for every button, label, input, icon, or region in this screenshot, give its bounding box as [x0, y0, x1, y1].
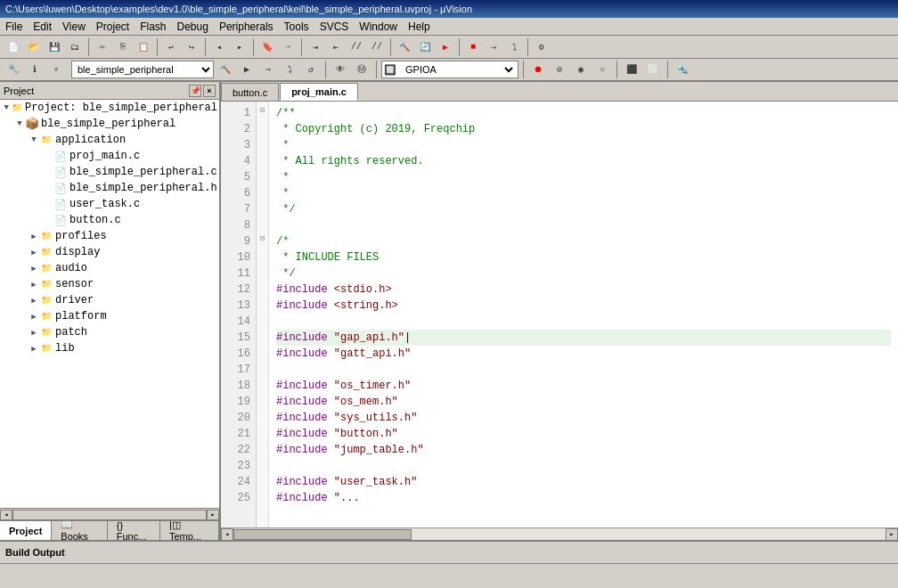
- tree-file-blesimpleh[interactable]: 📄 ble_simple_peripheral.h: [0, 180, 219, 196]
- toggle-display[interactable]: ▶: [29, 248, 39, 257]
- settings-button[interactable]: ⚙: [532, 37, 551, 57]
- toggle-root[interactable]: ▼: [2, 103, 11, 112]
- menu-project[interactable]: Project: [91, 19, 135, 35]
- toggle-patch[interactable]: ▶: [29, 328, 39, 338]
- hscroll-thumb[interactable]: [233, 529, 412, 540]
- tree-file-blesimple[interactable]: 📄 ble_simple_peripheral.c: [0, 164, 219, 180]
- bookmark-button[interactable]: 🔖: [257, 37, 277, 57]
- nav-back-button[interactable]: ◂: [209, 37, 229, 57]
- unindent-button[interactable]: ⇤: [326, 37, 346, 57]
- tree-file-usertask[interactable]: 📄 user_task.c: [0, 196, 219, 212]
- tree-file-projmain[interactable]: 📄 proj_main.c: [0, 148, 219, 164]
- tree-target[interactable]: ▼ 📦 ble_simple_peripheral: [0, 116, 219, 132]
- enable-bp-button[interactable]: ◉: [571, 60, 591, 79]
- scroll-right-btn[interactable]: ▸: [207, 510, 219, 520]
- menu-edit[interactable]: Edit: [28, 19, 57, 35]
- toggle-lib[interactable]: ▶: [29, 344, 39, 354]
- tree-group-audio[interactable]: ▶ 📁 audio: [0, 260, 219, 276]
- menu-svcs[interactable]: SVCS: [314, 19, 355, 35]
- scroll-left-btn[interactable]: ◂: [0, 510, 12, 520]
- editor-tab-button-c[interactable]: button.c: [221, 83, 279, 101]
- open-button[interactable]: 📂: [24, 37, 44, 57]
- project-hscroll[interactable]: ◂ ▸: [0, 508, 219, 520]
- menu-file[interactable]: File: [0, 19, 28, 35]
- hscroll-track[interactable]: [12, 510, 207, 520]
- manage-button[interactable]: 🔧: [4, 60, 23, 79]
- menu-view[interactable]: View: [57, 19, 91, 35]
- step-button[interactable]: ⇢: [484, 37, 503, 57]
- menu-help[interactable]: Help: [403, 19, 436, 35]
- uncomment-button[interactable]: //: [367, 37, 387, 57]
- toggle-target[interactable]: ▼: [14, 119, 25, 128]
- tree-group-driver[interactable]: ▶ 📁 driver: [0, 292, 219, 308]
- tree-group-display[interactable]: ▶ 📁 display: [0, 244, 219, 260]
- tree-file-button[interactable]: 📄 button.c: [0, 212, 219, 228]
- step2-button[interactable]: ⇒: [258, 60, 278, 79]
- toggle-driver[interactable]: ▶: [29, 296, 39, 306]
- pin-icon[interactable]: 📌: [189, 85, 201, 97]
- paste-button[interactable]: 📋: [134, 37, 153, 57]
- comment-button[interactable]: //: [347, 37, 366, 57]
- ext2-button[interactable]: ⬜: [643, 60, 663, 79]
- build2-button[interactable]: 🔨: [216, 60, 235, 79]
- cut-button[interactable]: ✂: [93, 37, 112, 57]
- hscroll-left-btn[interactable]: ◂: [221, 528, 233, 541]
- close-panel-button[interactable]: ×: [203, 85, 216, 97]
- ext-button[interactable]: ⬛: [622, 60, 641, 79]
- fold-1[interactable]: ⊟: [257, 102, 268, 118]
- new-button[interactable]: 📄: [4, 37, 23, 57]
- tree-group-application[interactable]: ▼ 📁 application: [0, 132, 219, 148]
- tree-group-patch[interactable]: ▶ 📁 patch: [0, 324, 219, 340]
- redo-button[interactable]: ↪: [182, 37, 201, 57]
- run-button[interactable]: ▶: [237, 60, 257, 79]
- menu-flash[interactable]: Flash: [135, 19, 171, 35]
- tree-root[interactable]: ▼ 📁 Project: ble_simple_peripheral: [0, 100, 219, 116]
- editor-tab-projmain-c[interactable]: proj_main.c: [280, 83, 358, 101]
- peripheral-select[interactable]: GPIOA: [400, 61, 516, 78]
- toggle-application[interactable]: ▼: [29, 135, 39, 144]
- tab-functions[interactable]: {} Func...: [108, 521, 160, 540]
- debug-button[interactable]: ▶: [436, 37, 455, 57]
- toggle-platform[interactable]: ▶: [29, 312, 39, 322]
- step-over-button[interactable]: ⤵: [504, 37, 524, 57]
- save-button[interactable]: 💾: [45, 37, 64, 57]
- tree-group-sensor[interactable]: ▶ 📁 sensor: [0, 276, 219, 292]
- code-editor[interactable]: /** * Copyright (c) 2019, Freqchip * * A…: [269, 102, 898, 527]
- editor-hscroll[interactable]: ◂ ▸: [221, 527, 898, 540]
- toggle-sensor[interactable]: ▶: [29, 280, 39, 290]
- menu-peripherals[interactable]: Peripherals: [214, 19, 279, 35]
- project-select[interactable]: ble_simple_peripheral: [71, 61, 214, 78]
- flash2-button[interactable]: ⚡: [46, 60, 66, 79]
- save-all-button[interactable]: 🗂: [65, 37, 85, 57]
- stop-button[interactable]: ■: [463, 37, 483, 57]
- indent-button[interactable]: ⇥: [306, 37, 325, 57]
- info-button[interactable]: ℹ: [25, 60, 45, 79]
- watch-button[interactable]: 👁: [331, 60, 350, 79]
- rebuild-button[interactable]: 🔄: [415, 37, 435, 57]
- clear-bp-button[interactable]: ⊘: [550, 60, 569, 79]
- tree-group-profiles[interactable]: ▶ 📁 profiles: [0, 228, 219, 244]
- mem-button[interactable]: Ⓜ: [352, 60, 371, 79]
- tab-templates[interactable]: |◫ Temp...: [160, 521, 219, 540]
- reset-button[interactable]: ↺: [301, 60, 321, 79]
- toggle-profiles[interactable]: ▶: [29, 232, 39, 241]
- breakpoint-button[interactable]: ⏺: [528, 60, 548, 79]
- menu-debug[interactable]: Debug: [172, 19, 214, 35]
- undo-button[interactable]: ↩: [161, 37, 181, 57]
- stepover2-button[interactable]: ⤵: [280, 60, 299, 79]
- toggle-audio[interactable]: ▶: [29, 264, 39, 274]
- menu-tools[interactable]: Tools: [279, 19, 314, 35]
- goto-button[interactable]: →: [278, 37, 298, 57]
- tree-group-lib[interactable]: ▶ 📁 lib: [0, 340, 219, 356]
- tools2-button[interactable]: 🔩: [673, 60, 692, 79]
- tab-project[interactable]: Project: [0, 521, 52, 540]
- hscroll-right-btn[interactable]: ▸: [886, 528, 898, 541]
- disable-bp-button[interactable]: ○: [592, 60, 612, 79]
- copy-button[interactable]: ⎘: [113, 37, 133, 57]
- menu-window[interactable]: Window: [354, 19, 403, 35]
- tree-group-platform[interactable]: ▶ 📁 platform: [0, 308, 219, 324]
- build-button[interactable]: 🔨: [395, 37, 414, 57]
- tab-books[interactable]: 📖 Books: [52, 521, 107, 540]
- nav-fwd-button[interactable]: ▸: [230, 37, 249, 57]
- hscroll-track[interactable]: [233, 529, 886, 540]
